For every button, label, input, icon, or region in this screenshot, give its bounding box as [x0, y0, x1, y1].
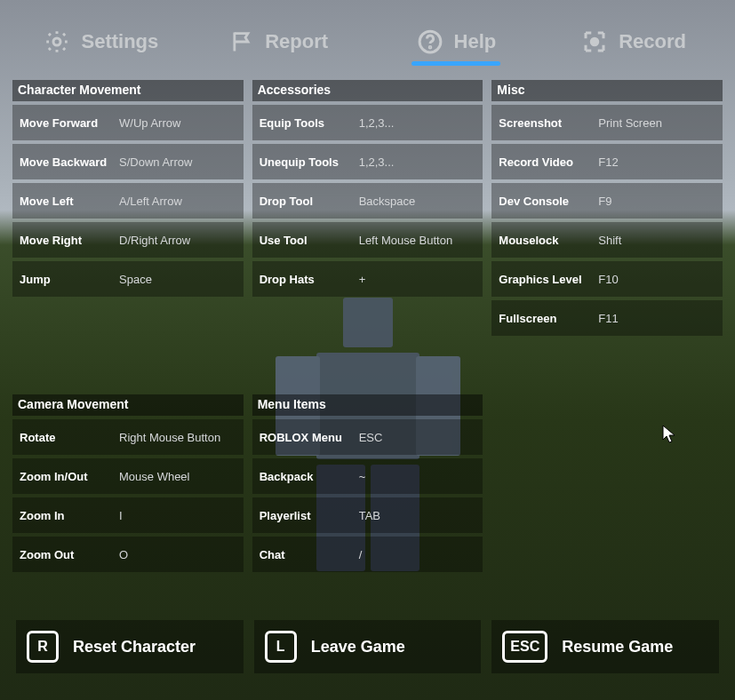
tab-report[interactable]: Report	[190, 16, 368, 71]
keybind-row: Use ToolLeft Mouse Button	[252, 222, 483, 258]
keybind-value: Mouse Wheel	[117, 470, 244, 483]
keybind-row: Zoom InI	[12, 497, 244, 533]
keybind-value: Right Mouse Button	[117, 431, 244, 444]
section-camera-movement: Camera Movement RotateRight Mouse Button…	[12, 345, 244, 572]
keybind-label: Playerlist	[252, 509, 357, 522]
section-title: Menu Items	[252, 395, 332, 415]
keycap: R	[27, 631, 59, 663]
keybind-label: Graphics Level	[491, 273, 596, 286]
keycap: L	[265, 631, 297, 663]
keybind-value: F9	[596, 195, 723, 208]
keybind-value: I	[117, 509, 244, 522]
keybind-label: Zoom In	[12, 509, 117, 522]
keybind-row: MouselockShift	[491, 222, 723, 258]
button-label: Reset Character	[73, 638, 196, 656]
keybind-value: /	[357, 548, 483, 561]
keybind-row: Backpack~	[252, 458, 483, 494]
keybind-value: S/Down Arrow	[117, 155, 244, 169]
keybind-value: D/Right Arrow	[117, 234, 244, 247]
keybind-label: Fullscreen	[491, 312, 596, 325]
keybind-row: Move ForwardW/Up Arrow	[12, 105, 244, 140]
resume-game-button[interactable]: ESC Resume Game	[491, 620, 719, 673]
keybind-value: F11	[596, 312, 723, 325]
leave-game-button[interactable]: L Leave Game	[254, 620, 482, 673]
section-header: Character Movement	[12, 80, 244, 101]
keybind-row: Move BackwardS/Down Arrow	[12, 144, 244, 179]
keybind-row: Record VideoF12	[491, 144, 723, 179]
keybind-row: ScreenshotPrint Screen	[491, 105, 723, 140]
keybind-row: Move RightD/Right Arrow	[12, 222, 244, 258]
keybind-label: Drop Tool	[252, 195, 357, 208]
keybind-row: Chat/	[252, 537, 483, 572]
keybind-label: Unequip Tools	[252, 155, 357, 169]
svg-point-2	[429, 47, 431, 49]
keybind-value: ESC	[357, 431, 483, 444]
keybind-value: O	[117, 548, 244, 561]
keybind-label: Mouselock	[491, 234, 596, 247]
keybind-value: A/Left Arrow	[117, 195, 244, 208]
record-icon	[581, 28, 608, 55]
keybind-row: Zoom In/OutMouse Wheel	[12, 458, 244, 494]
section-title: Accessories	[252, 81, 337, 100]
keybind-row: Drop Hats+	[252, 261, 483, 297]
tab-help[interactable]: Help	[368, 16, 546, 71]
svg-point-3	[591, 38, 598, 45]
keybind-label: Move Right	[12, 234, 117, 247]
tab-settings[interactable]: Settings	[12, 16, 190, 71]
section-menu-items: Menu Items ROBLOX MenuESC Backpack~ Play…	[252, 345, 483, 572]
button-label: Leave Game	[311, 638, 405, 656]
tab-bar: Settings Report Help Record	[12, 16, 723, 71]
keybind-value: TAB	[357, 509, 483, 522]
gear-icon	[44, 28, 70, 55]
keybind-label: Chat	[252, 548, 357, 561]
section-title: Camera Movement	[12, 395, 134, 415]
section-header: Accessories	[252, 80, 483, 101]
keybind-label: Zoom Out	[12, 548, 117, 561]
keybind-label: Move Forward	[12, 116, 117, 130]
keybind-value: F12	[596, 155, 723, 169]
cursor-icon	[662, 425, 678, 448]
keybind-value: F10	[596, 273, 723, 286]
keybind-row: Dev ConsoleF9	[491, 183, 723, 219]
keybind-value: Backspace	[357, 195, 483, 208]
keybind-label: Backpack	[252, 470, 357, 483]
keybind-label: Zoom In/Out	[12, 470, 117, 483]
keybind-row: Graphics LevelF10	[491, 261, 723, 297]
section-accessories: Accessories Equip Tools1,2,3... Unequip …	[252, 80, 483, 336]
keybind-value: 1,2,3...	[357, 116, 483, 130]
section-misc: Misc ScreenshotPrint Screen Record Video…	[491, 80, 723, 336]
keybind-row: Unequip Tools1,2,3...	[252, 144, 483, 179]
svg-point-0	[53, 38, 60, 45]
section-title: Misc	[491, 81, 530, 100]
keybind-row: FullscreenF11	[491, 300, 723, 336]
keybind-row: Zoom OutO	[12, 537, 244, 572]
keybind-label: Rotate	[12, 431, 117, 444]
keycap: ESC	[502, 631, 547, 663]
tab-record[interactable]: Record	[545, 16, 723, 71]
keybind-label: Move Left	[12, 195, 117, 208]
tab-label: Help	[454, 30, 497, 53]
help-content: Character Movement Move ForwardW/Up Arro…	[12, 80, 723, 572]
keybind-label: Move Backward	[12, 155, 117, 169]
keybind-row: RotateRight Mouse Button	[12, 419, 244, 455]
flag-icon	[229, 28, 254, 55]
keybind-value: Left Mouse Button	[357, 234, 483, 247]
section-header: Menu Items	[252, 394, 483, 416]
tab-label: Settings	[81, 30, 158, 53]
keybind-value: +	[357, 273, 483, 286]
tab-label: Report	[265, 30, 328, 53]
keybind-row: Drop ToolBackspace	[252, 183, 483, 219]
button-label: Resume Game	[562, 638, 673, 656]
keybind-label: Use Tool	[252, 234, 357, 247]
keybind-row: Equip Tools1,2,3...	[252, 105, 483, 140]
keybind-label: Equip Tools	[252, 116, 357, 130]
keybind-label: ROBLOX Menu	[252, 431, 357, 444]
section-header: Camera Movement	[12, 394, 244, 416]
reset-character-button[interactable]: R Reset Character	[16, 620, 244, 673]
keybind-label: Jump	[12, 273, 117, 286]
footer-buttons: R Reset Character L Leave Game ESC Resum…	[16, 620, 719, 673]
question-icon	[417, 28, 443, 55]
section-title: Character Movement	[12, 81, 147, 100]
keybind-value: Print Screen	[596, 116, 723, 130]
keybind-value: Shift	[596, 234, 723, 247]
